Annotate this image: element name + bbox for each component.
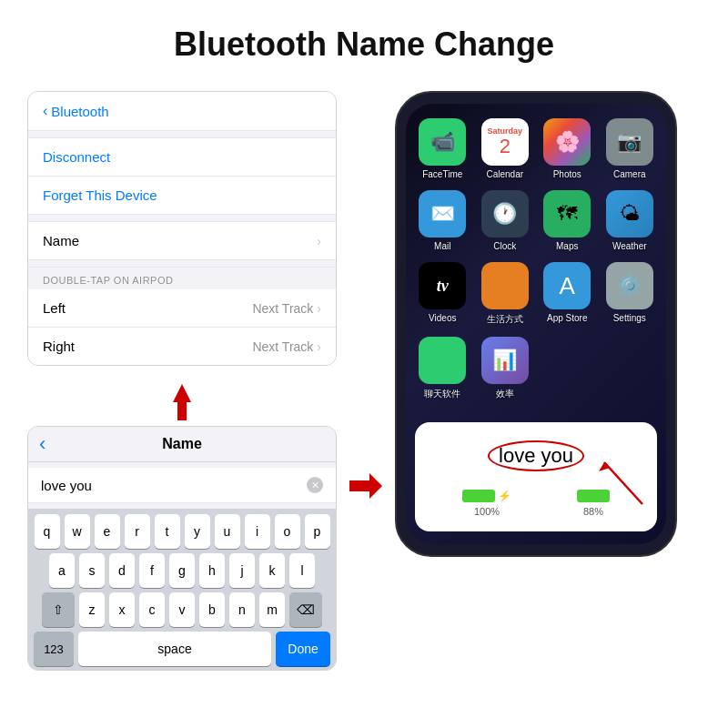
app-photos-label: Photos <box>553 169 581 179</box>
key-f[interactable]: f <box>139 553 165 588</box>
svg-marker-1 <box>349 473 382 499</box>
app-photos[interactable]: 🌸 Photos <box>541 118 593 179</box>
app-videos[interactable]: tv Videos <box>417 262 469 326</box>
key-i[interactable]: i <box>245 514 270 549</box>
key-e[interactable]: e <box>95 514 120 549</box>
right-arrow-icon <box>349 473 382 499</box>
key-m[interactable]: m <box>259 592 285 627</box>
key-v[interactable]: v <box>169 592 195 627</box>
app-camera[interactable]: 📷 Camera <box>604 118 656 179</box>
app-clock-label: Clock <box>493 241 516 251</box>
right-row[interactable]: Right Next Track › <box>28 328 336 365</box>
key-p[interactable]: p <box>305 514 330 549</box>
popup-name-text: love you <box>499 444 573 467</box>
app-effect-label: 效率 <box>496 388 514 400</box>
key-b[interactable]: b <box>199 592 225 627</box>
name-back-icon[interactable]: ‹ <box>39 432 46 456</box>
key-x[interactable]: x <box>109 592 135 627</box>
svg-marker-3 <box>599 462 610 471</box>
app-style[interactable]: 生活方式 <box>480 262 531 326</box>
app-mail[interactable]: ✉️ Mail <box>417 190 469 251</box>
key-c[interactable]: c <box>139 592 165 627</box>
app-style-label: 生活方式 <box>487 313 523 326</box>
name-input-value: love you <box>41 478 307 493</box>
app-clock[interactable]: 🕐 Clock <box>480 190 531 251</box>
numbers-key[interactable]: 123 <box>34 632 74 666</box>
key-y[interactable]: y <box>185 514 210 549</box>
app-settings-icon: ⚙️ <box>606 262 653 309</box>
app-effect-icon: 📊 <box>481 337 529 384</box>
key-z[interactable]: z <box>79 592 105 627</box>
name-row[interactable]: Name › <box>28 222 336 260</box>
keyboard-row-1: q w e r t y u i o p <box>32 514 332 549</box>
key-q[interactable]: q <box>35 514 60 549</box>
disconnect-label: Disconnect <box>43 149 110 165</box>
app-calendar[interactable]: Saturday 2 Calendar <box>480 118 531 179</box>
name-chevron-icon: › <box>317 234 321 248</box>
left-row[interactable]: Left Next Track › <box>28 289 336 328</box>
done-key[interactable]: Done <box>276 632 330 666</box>
right-value: Next Track <box>252 339 313 354</box>
name-edit-screen: ‹ Name love you ✕ q w e r t <box>27 426 337 671</box>
app-weather[interactable]: 🌤 Weather <box>604 190 656 251</box>
keyboard: q w e r t y u i o p a s d f g <box>28 509 336 670</box>
app-settings-label: Settings <box>613 313 646 323</box>
keyboard-bottom-row: 123 space Done <box>32 632 332 666</box>
app-weather-icon: 🌤 <box>606 190 653 238</box>
app-facetime[interactable]: 📹 FaceTime <box>417 118 469 179</box>
key-a[interactable]: a <box>49 553 75 588</box>
bluetooth-label: Bluetooth <box>51 104 108 119</box>
app-videos-icon: tv <box>419 262 466 309</box>
bluetooth-back-row[interactable]: ‹ Bluetooth <box>28 92 336 131</box>
key-l[interactable]: l <box>289 553 315 588</box>
key-k[interactable]: k <box>259 553 285 588</box>
separator-1 <box>28 131 336 138</box>
apps-grid: 📹 FaceTime Saturday 2 Calendar 🌸 <box>406 104 666 415</box>
left-chevron-icon: › <box>317 301 321 316</box>
red-annotation-arrow <box>579 450 652 513</box>
phone-mockup: 📹 FaceTime Saturday 2 Calendar 🌸 <box>395 91 677 557</box>
key-o[interactable]: o <box>275 514 300 549</box>
phone-screen: 📹 FaceTime Saturday 2 Calendar 🌸 <box>406 104 666 544</box>
app-mail-icon: ✉️ <box>419 190 466 238</box>
right-panel: 📹 FaceTime Saturday 2 Calendar 🌸 <box>395 91 686 557</box>
svg-marker-0 <box>173 384 191 420</box>
key-n[interactable]: n <box>229 592 255 627</box>
key-j[interactable]: j <box>229 553 255 588</box>
key-t[interactable]: t <box>155 514 180 549</box>
key-d[interactable]: d <box>109 553 135 588</box>
key-u[interactable]: u <box>215 514 240 549</box>
delete-key[interactable]: ⌫ <box>289 592 322 627</box>
app-settings[interactable]: ⚙️ Settings <box>604 262 656 326</box>
app-effect[interactable]: 📊 效率 <box>480 337 531 400</box>
disconnect-row[interactable]: Disconnect <box>28 138 336 177</box>
app-maps[interactable]: 🗺 Maps <box>541 190 593 251</box>
key-w[interactable]: w <box>65 514 90 549</box>
battery-left-fill <box>462 490 495 502</box>
svg-line-2 <box>604 462 642 504</box>
popup-name-container: love you <box>430 440 642 471</box>
key-h[interactable]: h <box>199 553 225 588</box>
key-g[interactable]: g <box>169 553 195 588</box>
left-label: Left <box>43 300 66 316</box>
name-input-row[interactable]: love you ✕ <box>28 468 336 503</box>
airpods-popup-card: love you ⚡ <box>415 422 657 531</box>
key-s[interactable]: s <box>79 553 105 588</box>
key-r[interactable]: r <box>125 514 150 549</box>
shift-key[interactable]: ⇧ <box>42 592 75 627</box>
app-appstore[interactable]: A App Store <box>541 262 593 326</box>
battery-left-bar: ⚡ <box>462 490 511 502</box>
app-chat-label: 聊天软件 <box>424 388 460 400</box>
clear-input-button[interactable]: ✕ <box>307 477 323 493</box>
chevron-left-icon: ‹ <box>43 103 47 119</box>
app-clock-icon: 🕐 <box>481 190 529 238</box>
name-screen-title: Name <box>162 436 202 452</box>
app-maps-label: Maps <box>556 241 578 251</box>
app-appstore-label: App Store <box>547 313 587 323</box>
app-videos-label: Videos <box>429 313 456 323</box>
name-screen-header: ‹ Name <box>28 427 336 462</box>
app-chat[interactable]: 聊天软件 <box>417 337 469 400</box>
forget-row[interactable]: Forget This Device <box>28 177 336 215</box>
space-key[interactable]: space <box>78 632 271 666</box>
right-arrow-container <box>349 473 382 499</box>
